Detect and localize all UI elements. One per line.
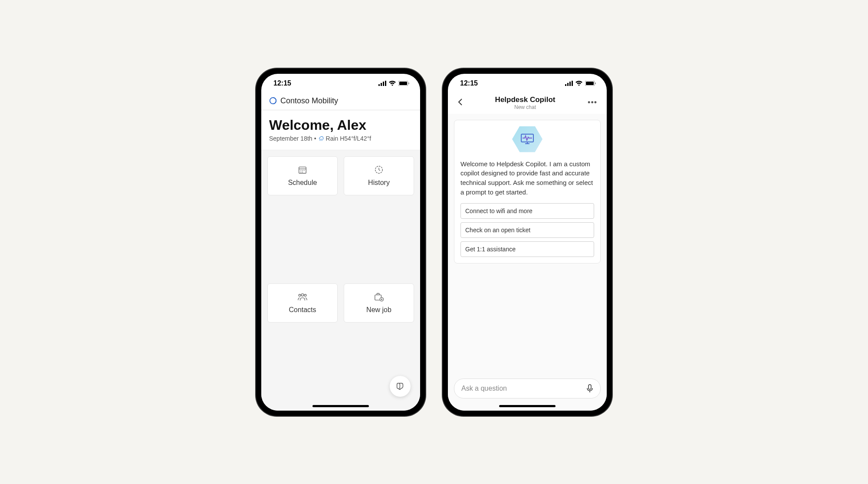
copilot-body: Welcome to Helpdesk Copilot. I am a cust… [448, 114, 607, 374]
svg-rect-3 [385, 81, 386, 86]
monitor-pulse-icon [520, 133, 535, 146]
svg-point-19 [301, 293, 304, 296]
svg-rect-0 [378, 84, 380, 86]
svg-point-14 [302, 170, 303, 171]
battery-icon [585, 81, 596, 86]
copilot-avatar [460, 126, 594, 152]
phone-frame-copilot: 12:15 Helpdesk Copilot New chat ••• [443, 69, 612, 416]
welcome-section: Welcome, Alex September 18th • Rain H54°… [261, 110, 420, 150]
rain-icon [318, 135, 324, 142]
svg-rect-26 [565, 84, 566, 86]
copilot-header-center: Helpdesk Copilot New chat [465, 95, 585, 110]
status-bar: 12:15 [261, 74, 420, 93]
phone-frame-home: 12:15 Contoso Mobility Welcome, Alex Sep… [256, 69, 425, 416]
copilot-fab[interactable] [390, 376, 411, 397]
welcome-subtitle: September 18th • Rain H54°f/L42°f [269, 135, 412, 142]
hexagon-icon [512, 126, 542, 152]
svg-point-15 [304, 170, 305, 171]
microphone-icon[interactable] [586, 384, 593, 393]
welcome-title: Welcome, Alex [269, 117, 412, 133]
people-icon [297, 292, 308, 302]
status-bar: 12:15 [448, 74, 607, 93]
tile-schedule-label: Schedule [288, 179, 317, 187]
chat-input-placeholder: Ask a question [461, 385, 507, 392]
chat-input[interactable]: Ask a question [454, 379, 601, 398]
copilot-icon [395, 382, 405, 391]
tiles-section: Schedule History Contacts New job [261, 150, 420, 411]
svg-line-9 [321, 140, 321, 141]
svg-line-8 [319, 140, 320, 141]
wifi-icon [575, 81, 582, 86]
status-icons [565, 81, 596, 86]
svg-point-16 [300, 171, 301, 172]
status-time: 12:15 [460, 79, 478, 87]
home-indicator[interactable] [312, 405, 369, 407]
tile-history-label: History [368, 179, 390, 187]
svg-rect-1 [381, 83, 382, 86]
svg-point-13 [300, 170, 301, 171]
svg-rect-29 [572, 81, 573, 86]
tile-contacts[interactable]: Contacts [267, 283, 338, 323]
prompt-ticket[interactable]: Check on an open ticket [460, 222, 594, 238]
tile-newjob[interactable]: New job [344, 283, 414, 323]
copilot-card: Welcome to Helpdesk Copilot. I am a cust… [454, 120, 601, 263]
more-button[interactable]: ••• [585, 95, 600, 110]
svg-point-20 [299, 294, 301, 296]
cellular-icon [378, 81, 386, 86]
briefcase-plus-icon [374, 292, 384, 302]
copilot-intro: Welcome to Helpdesk Copilot. I am a cust… [460, 159, 594, 197]
svg-rect-6 [408, 82, 409, 84]
app-header: Contoso Mobility [261, 93, 420, 110]
app-title: Contoso Mobility [280, 96, 338, 105]
prompt-assistance[interactable]: Get 1:1 assistance [460, 241, 594, 257]
cellular-icon [565, 81, 573, 86]
prompt-wifi[interactable]: Connect to wifi and more [460, 203, 594, 219]
tile-newjob-label: New job [366, 306, 391, 314]
back-button[interactable] [455, 95, 465, 110]
svg-rect-32 [595, 82, 596, 84]
tile-history[interactable]: History [344, 156, 414, 195]
svg-rect-31 [586, 82, 594, 85]
chevron-left-icon [457, 98, 463, 106]
svg-line-10 [322, 140, 322, 141]
svg-point-21 [304, 294, 306, 296]
svg-rect-36 [589, 385, 591, 389]
copilot-header: Helpdesk Copilot New chat ••• [448, 93, 607, 114]
prompt-list: Connect to wifi and more Check on an ope… [460, 203, 594, 257]
copilot-subtitle: New chat [465, 104, 585, 110]
ellipsis-icon: ••• [588, 98, 597, 107]
status-icons [378, 81, 410, 86]
tile-contacts-label: Contacts [289, 306, 316, 314]
welcome-date: September 18th [269, 135, 312, 142]
phone-screen-copilot: 12:15 Helpdesk Copilot New chat ••• [448, 74, 607, 411]
phone-screen-home: 12:15 Contoso Mobility Welcome, Alex Sep… [261, 74, 420, 411]
home-indicator[interactable] [499, 405, 556, 407]
copilot-title: Helpdesk Copilot [465, 95, 585, 104]
tiles-wrapper: Schedule History Contacts New job [261, 150, 420, 411]
history-icon [374, 165, 384, 175]
welcome-weather: Rain H54°f/L42°f [326, 135, 372, 142]
battery-icon [398, 81, 410, 86]
tile-schedule[interactable]: Schedule [267, 156, 338, 195]
calendar-icon [298, 165, 307, 175]
wifi-icon [389, 81, 396, 86]
svg-rect-5 [399, 82, 407, 85]
svg-rect-27 [567, 83, 569, 86]
svg-rect-28 [569, 82, 571, 86]
status-time: 12:15 [273, 79, 291, 87]
svg-point-17 [302, 171, 303, 172]
svg-rect-2 [383, 82, 384, 86]
app-logo-icon [269, 97, 277, 105]
